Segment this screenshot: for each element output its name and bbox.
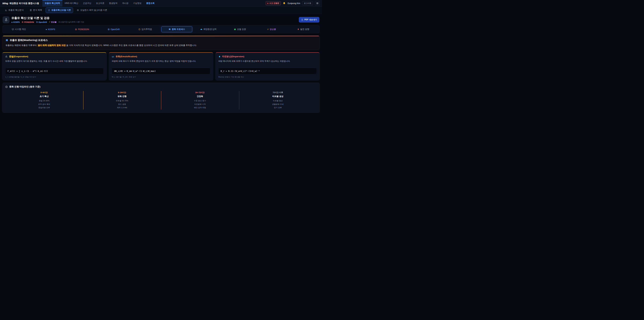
- card-emulsification: 유화(Emulsification) 파랑에 의해 해수가 유류에 혼입되어 점…: [109, 52, 213, 80]
- app-logo: Wing 해양환경 위기대응 통합시스템: [2, 2, 39, 5]
- scatter-chart-icon: [5, 9, 7, 11]
- book-icon: [6, 39, 8, 42]
- evaporation-formula: F_e(t) = ∑ x_i·(1 - e^(-k_ei·t)): [5, 68, 104, 74]
- phase-period: 6~24시간: [85, 91, 159, 94]
- main-nav: 유출유 확산예측 HNS·대기확산 긴급구난 보고자료 항공탐색 게시판 기상정…: [42, 0, 157, 7]
- phase-detail: 생물분해 우세: [241, 103, 315, 106]
- tab-opendrift[interactable]: OpenDrift: [98, 27, 129, 32]
- nav-board[interactable]: 게시판: [120, 0, 131, 7]
- subtab-spill-analysis[interactable]: 유출유 확산분석: [3, 8, 26, 13]
- subtab-boom-algorithm[interactable]: 오일펜스 배치 알고리즘 이론: [74, 8, 109, 13]
- ring-icon: [77, 9, 79, 11]
- rocket-icon: [297, 28, 299, 30]
- model-badges: ◆KOSPS POSEIDON OpenDrift ⚡앙상블 라그랑지안 입자추…: [12, 21, 84, 23]
- drift-circle-icon: [36, 21, 38, 23]
- notification-bell-icon[interactable]: [283, 2, 286, 5]
- app-title: 해양환경 위기대응 통합시스템: [10, 2, 39, 5]
- compass-icon: [138, 28, 140, 30]
- tab-ocean-environment-input[interactable]: 해양환경 입력: [193, 26, 224, 32]
- nav-emergency-rescue[interactable]: 긴급구난: [80, 0, 94, 7]
- phase-detail: 유막 급속 확대: [7, 103, 81, 106]
- weathering-intro-text: 유출유는 해면에 유출된 직후부터 물리·화학·생물학적 풍화 과정을 거쳐 지…: [6, 44, 316, 47]
- dispersion-formula: D_r = 0.11·(U_w+U_c)²·(1+U_w)⁻¹: [218, 68, 317, 74]
- target-icon: [22, 21, 24, 23]
- page-title: 유출유 확산 모델 이론 및 검증: [12, 16, 84, 20]
- weathering-section: 유출유 풍화(Weathering) 프로세스 유출유는 해면에 유출된 직후부…: [2, 36, 320, 50]
- logout-button[interactable]: 로그아웃: [302, 1, 313, 5]
- tab-weathering-process[interactable]: 풍화 프로세스: [161, 26, 192, 32]
- nav-integrated-search[interactable]: 통합조회: [144, 0, 157, 7]
- card-description: 파랑에 의해 해수가 유류에 혼입되어 점도가 크게 증가하는 현상. 방제 작…: [112, 60, 210, 66]
- phase-name: 초기 확산: [7, 95, 81, 98]
- page-flask-icon: [3, 17, 10, 23]
- weathering-section-title: 유출유 풍화(Weathering) 프로세스: [6, 39, 316, 42]
- page-header: 유출유 확산 모델 이론 및 검증 ◆KOSPS POSEIDON OpenDr…: [2, 14, 320, 25]
- card-dispersion: 자연분산(Dispersion) 파랑 에너지에 의해 유류가 수중으로 분산되…: [216, 52, 320, 80]
- nav-weather-info[interactable]: 기상정보: [131, 0, 144, 7]
- droplet-icon: [218, 55, 221, 58]
- subtab-analysis-list[interactable]: 분석 목록: [27, 8, 44, 13]
- nav-aerial-search[interactable]: 항공탐색: [107, 0, 120, 7]
- wave-icon: [112, 55, 114, 58]
- timeline-divider: [83, 91, 84, 110]
- nav-oil-spill-forecast[interactable]: 유출유 확산예측: [42, 0, 62, 7]
- nav-hns-atmosphere[interactable]: HNS·대기확산: [62, 0, 81, 7]
- formula-note: x_i: 성분별 몰분율 / k_ei: 증발 속도상수: [5, 76, 104, 78]
- tab-system-overview[interactable]: 시스템 개요: [3, 26, 34, 32]
- timeline-divider: [239, 91, 239, 110]
- highlighted-phrase: 물리·화학·생물학적 풍화 과정: [37, 44, 66, 47]
- user-name: Eunjeong Kim: [288, 2, 300, 5]
- check-icon: [234, 28, 236, 30]
- subtab-bar: 유출유 확산분석 분석 목록 유출유확산모델 이론 오일펜스 배치 알고리즘 이…: [0, 7, 322, 14]
- incident-status-badge[interactable]: 사고 진행중: [266, 1, 281, 5]
- subtab-label: 유출유 확산분석: [8, 9, 24, 12]
- card-description: 파랑 에너지에 의해 유류가 수중으로 분산되어 유막 두께가 감소하는 과정입…: [218, 60, 317, 66]
- tab-model-validation[interactable]: 모델 검증: [224, 26, 256, 32]
- timeline-title: 풍화 진행 타임라인 (원유 기준): [5, 85, 317, 88]
- pdf-document-icon: [301, 19, 303, 21]
- phase-name: 안정화: [163, 95, 237, 98]
- monitor-icon: [12, 28, 14, 30]
- clock-icon: [5, 86, 8, 88]
- phase-detail: 타르볼 형성: [241, 99, 315, 102]
- subtab-model-theory[interactable]: 유출유확산모델 이론: [46, 8, 73, 13]
- lightning-icon: ⚡: [267, 28, 269, 31]
- lightning-icon: ⚡: [49, 21, 50, 23]
- main-content: 유출유 확산 모델 이론 및 검증 ◆KOSPS POSEIDON OpenDr…: [0, 14, 322, 117]
- hamburger-menu-icon[interactable]: [315, 1, 320, 6]
- wing-logo-text: Wing: [2, 2, 8, 5]
- timeline-phase-initial: 0~6시간 초기 확산 증발 20-30% 유막 급속 확대 중질유분 잔류: [5, 91, 83, 110]
- page-subtitle: 라그랑지안 입자추적 이론 기반: [58, 21, 84, 23]
- pdf-export-button[interactable]: PDF 내보내기: [299, 17, 319, 23]
- subtab-label: 분석 목록: [33, 9, 42, 12]
- timeline-phase-tarball: 72시간 이후 타르볼 생성 타르볼 형성 생물분해 우세 장기 잔류: [239, 91, 317, 110]
- phase-detail: 장기 잔류: [241, 106, 315, 109]
- card-title: 유화(Emulsification): [112, 55, 210, 58]
- tab-particle-tracking[interactable]: 입자추적법: [130, 26, 161, 32]
- document-list-icon: [30, 9, 32, 11]
- diamond-icon: ◆: [12, 21, 12, 23]
- target-icon: [75, 28, 77, 30]
- phase-period: 0~6시간: [7, 91, 81, 94]
- nav-reports[interactable]: 보고자료: [94, 0, 107, 7]
- tab-kosps[interactable]: ◆ KOSPS: [35, 27, 66, 32]
- emulsification-formula: dW_c/dt = K_em·U_w²·(1-W_c/W_max): [112, 68, 210, 74]
- phase-detail: 자연분해 시작: [163, 103, 237, 106]
- card-title: 증발(Evaporation): [5, 55, 104, 58]
- flask-icon: [48, 9, 50, 11]
- topbar: Wing 해양환경 위기대응 통합시스템 유출유 확산예측 HNS·대기확산 긴…: [0, 0, 322, 7]
- tab-future-direction[interactable]: 발전 방향: [288, 26, 319, 32]
- drift-circle-icon: [108, 28, 110, 30]
- subtab-label: 오일펜스 배치 알고리즘 이론: [80, 9, 107, 12]
- phase-detail: 해안 표착 위험: [163, 106, 237, 109]
- wind-icon: [5, 55, 8, 58]
- section-tabstrip: 시스템 개요 ◆ KOSPS POSEIDON OpenDrift 입자추적법 …: [2, 25, 320, 33]
- badge-opendrift: OpenDrift: [36, 21, 47, 23]
- timeline-phase-stabilize: 24~72시간 안정화 수중 분산 증가 자연분해 시작 해안 표착 위험: [161, 91, 239, 110]
- tab-ensemble[interactable]: ⚡ 앙상블: [256, 26, 287, 32]
- card-description: 유류의 경질 성분이 대기로 증발하는 과정. 유출 초기 수시간 내에 가장 …: [5, 60, 104, 66]
- timeline-phase-emulsify: 6~24시간 유화 진행 유화율 50-70% 점도 급증 체적 1.5-4배: [83, 91, 161, 110]
- card-title: 자연분산(Dispersion): [218, 55, 317, 58]
- phase-detail: 수중 분산 증가: [163, 99, 237, 102]
- tab-poseidon[interactable]: POSEIDON: [66, 27, 98, 32]
